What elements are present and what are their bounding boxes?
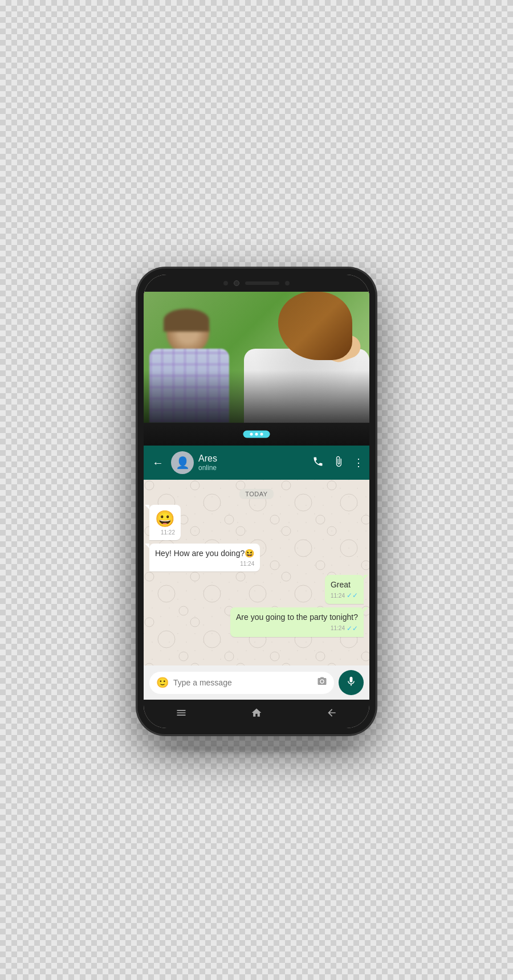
back-nav-icon[interactable] [326,707,337,721]
contact-info: Ares online [198,454,308,472]
dot-1 [250,433,253,436]
read-receipt-icon-2: ✓✓ [347,624,358,632]
emoji-icon: 😀 [155,509,175,528]
chat-header: ← 👤 Ares online [144,446,369,480]
avatar-icon: 👤 [176,456,190,469]
message-4: Are you going to the party tonight? 11:2… [230,607,364,637]
date-badge: TODAY [239,488,273,499]
phone-mockup: ← 👤 Ares online [137,268,376,735]
menu-nav-icon[interactable] [176,707,187,721]
message-1: 😀 11:22 [149,505,181,540]
phone-top-bar [144,275,369,292]
input-area: 🙂 [144,665,369,700]
msg-2-time: 11:24 [155,561,254,567]
chat-section: ← 👤 Ares online [144,446,369,728]
read-receipt-icon: ✓✓ [347,591,358,599]
screen-content: ← 👤 Ares online [144,275,369,728]
contact-name: Ares [198,454,308,464]
emoji-picker-icon[interactable]: 🙂 [156,676,169,689]
attach-icon[interactable] [333,456,344,470]
dots-indicator [243,431,270,438]
msg-emoji-content: 😀 [155,509,175,528]
camera-attach-icon[interactable] [317,676,327,689]
sensor-dot-2 [285,281,290,285]
mic-button[interactable] [339,670,364,695]
mic-icon [345,676,357,690]
dot-2 [255,433,258,436]
phone-frame: ← 👤 Ares online [137,268,376,735]
more-icon[interactable]: ⋮ [353,456,364,469]
input-box: 🙂 [149,672,334,694]
photo-area [144,292,369,423]
bottom-nav [144,700,369,728]
dot-3 [260,433,263,436]
msg-1-time: 11:22 [155,529,175,536]
contact-status: online [198,464,308,472]
chat-body: TODAY 😀 11:22 [144,480,369,665]
message-input[interactable] [173,678,312,687]
sensor-dot [223,281,228,285]
header-icons: ⋮ [312,456,364,470]
phone-screen: ← 👤 Ares online [144,275,369,728]
msg-2-text: Hey! How are you doing?😆 [155,548,254,560]
message-2: Hey! How are you doing?😆 11:24 [149,544,260,571]
phone-reflection [154,742,359,752]
camera-dot [234,280,239,286]
msg-3-time: 11:24 ✓✓ [331,591,358,599]
msg-4-time: 11:24 ✓✓ [236,624,358,632]
back-button[interactable]: ← [149,454,166,472]
black-divider [144,423,369,446]
speaker-bar [245,281,279,285]
contact-avatar: 👤 [171,451,194,474]
call-icon[interactable] [312,456,324,470]
home-nav-icon[interactable] [251,707,262,721]
msg-3-text: Great [331,579,358,591]
message-3: Great 11:24 ✓✓ [325,575,364,605]
msg-4-text: Are you going to the party tonight? [236,612,358,623]
